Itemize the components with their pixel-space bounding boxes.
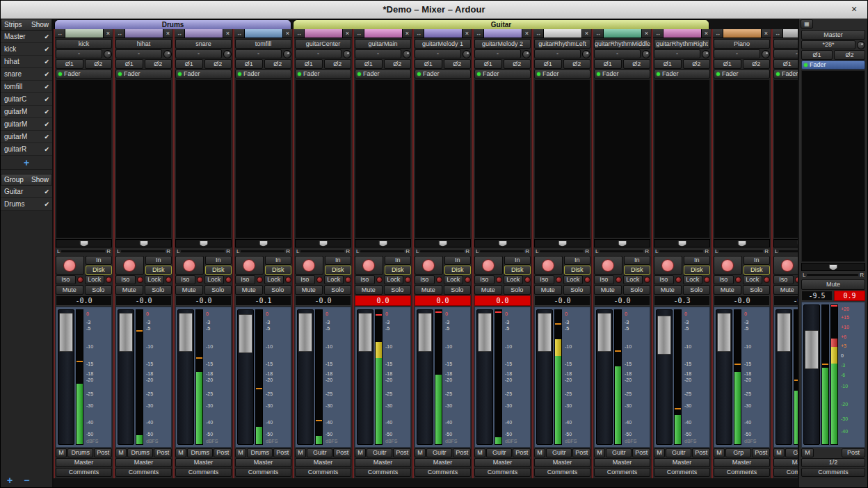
pan-handle[interactable]	[797, 241, 798, 247]
master-name-button[interactable]: Master	[801, 30, 865, 40]
group-button[interactable]: Grp	[725, 448, 751, 457]
level-meter[interactable]	[734, 309, 741, 445]
gain-display[interactable]: 0.0	[474, 295, 531, 306]
trim-display-button[interactable]: -	[295, 49, 341, 58]
strip-name-button[interactable]: guitarMain	[355, 39, 411, 49]
monitor-disk-button[interactable]: Disk	[684, 266, 711, 275]
solo-lock-button[interactable]: Lock	[504, 275, 524, 284]
monitor-disk-button[interactable]: Disk	[504, 266, 531, 275]
trim-display-button[interactable]: -	[534, 49, 581, 58]
pan-groove[interactable]	[659, 250, 703, 252]
phase-2-button[interactable]: Ø2	[444, 59, 472, 69]
pan-control[interactable]	[714, 239, 770, 247]
strip-list-item[interactable]: guitarC✔	[1, 93, 52, 106]
master-trim-display-button[interactable]: *28*	[801, 40, 855, 49]
fader-handle[interactable]	[179, 313, 193, 352]
monitor-disk-button[interactable]: Disk	[385, 266, 412, 275]
add-strip-button[interactable]: +	[22, 158, 31, 168]
solo-isolate-button[interactable]: Iso	[594, 275, 614, 284]
pan-control[interactable]	[534, 239, 590, 247]
group-button[interactable]: Guitr	[307, 448, 332, 457]
strip-name-button[interactable]: guitarMelody 2	[474, 39, 531, 49]
fader-handle[interactable]	[717, 313, 731, 352]
group-button[interactable]: Drums	[247, 448, 273, 457]
monitor-disk-button[interactable]: Disk	[86, 266, 113, 275]
meter-point-button[interactable]: Post	[632, 448, 650, 457]
show-header-label[interactable]: Show	[31, 21, 49, 29]
pan-groove[interactable]	[121, 250, 165, 252]
visibility-checkbox[interactable]: ✔	[44, 146, 49, 153]
solo-isolate-button[interactable]: Iso	[654, 275, 674, 284]
phase-1-button[interactable]: Ø1	[594, 59, 622, 69]
phase-2-button[interactable]: Ø2	[204, 59, 232, 69]
pan-control[interactable]	[355, 239, 411, 247]
trim-display-button[interactable]: -	[235, 49, 282, 58]
solo-button[interactable]: Solo	[504, 285, 531, 295]
strip-color-bar[interactable]: ↔ ×	[713, 29, 771, 38]
output-button[interactable]: Master	[773, 458, 798, 467]
solo-isolate-button[interactable]: Iso	[714, 275, 734, 284]
solo-isolate-button[interactable]: Iso	[295, 275, 315, 284]
monitor-disk-button[interactable]: Disk	[265, 266, 292, 275]
output-button[interactable]: Master	[355, 458, 411, 467]
gain-mode-button[interactable]: Fader	[355, 70, 411, 79]
fader-handle[interactable]	[597, 313, 611, 352]
monitor-input-button[interactable]: In	[385, 256, 412, 265]
mute-button[interactable]: Mute	[56, 285, 83, 295]
strip-name-button[interactable]: guitarMelody 1	[415, 39, 471, 49]
strip-color-bar[interactable]: ↔ ×	[354, 29, 412, 38]
pan-control[interactable]	[295, 239, 351, 247]
record-arm-button[interactable]	[654, 256, 682, 275]
master-gain-fader[interactable]	[803, 304, 820, 445]
gain-display[interactable]: -0.0	[714, 295, 770, 306]
metering-m-button[interactable]: M	[534, 448, 545, 457]
gain-mode-button[interactable]: Fader	[235, 70, 291, 79]
gain-fader[interactable]	[775, 309, 792, 445]
phase-1-button[interactable]: Ø1	[115, 59, 143, 69]
pan-groove[interactable]	[600, 250, 643, 252]
mute-button[interactable]: Mute	[115, 285, 143, 295]
level-meter[interactable]	[255, 309, 263, 445]
trim-knob[interactable]	[582, 50, 590, 58]
gain-mode-button[interactable]: Fader	[415, 70, 471, 79]
strip-handle-icon[interactable]: ↔	[294, 29, 305, 38]
meter-point-button[interactable]: Post	[752, 448, 770, 457]
record-arm-button[interactable]	[175, 256, 204, 275]
pan-handle[interactable]	[618, 241, 627, 247]
phase-2-button[interactable]: Ø2	[563, 59, 591, 69]
monitor-disk-button[interactable]: Disk	[145, 266, 172, 275]
gain-fader[interactable]	[417, 309, 433, 445]
pan-handle[interactable]	[498, 241, 507, 247]
solo-button[interactable]: Solo	[743, 285, 771, 295]
monitor-input-button[interactable]: In	[624, 256, 651, 265]
processor-box[interactable]	[594, 79, 650, 238]
strip-close-icon[interactable]: ×	[462, 29, 472, 38]
gain-display[interactable]: 0.0	[355, 295, 411, 306]
output-button[interactable]: Master	[474, 458, 531, 467]
processor-box[interactable]	[654, 79, 710, 238]
monitor-input-button[interactable]: In	[325, 256, 352, 265]
fader-handle[interactable]	[538, 313, 552, 352]
gain-fader[interactable]	[58, 309, 74, 445]
solo-isolate-button[interactable]: Iso	[773, 275, 794, 284]
gain-display[interactable]: -0.0	[295, 295, 351, 306]
solo-lock-button[interactable]: Lock	[444, 275, 464, 284]
output-button[interactable]: Master	[534, 458, 590, 467]
record-arm-button[interactable]	[714, 256, 742, 275]
gain-display[interactable]: -0.0	[175, 295, 232, 306]
phase-1-button[interactable]: Ø1	[175, 59, 203, 69]
monitor-disk-button[interactable]: Disk	[205, 266, 232, 275]
metering-m-button[interactable]: M	[355, 448, 366, 457]
meter-point-button[interactable]: Post	[572, 448, 590, 457]
pan-handle[interactable]	[829, 264, 838, 270]
strip-color-bar[interactable]: ↔ ×	[115, 29, 172, 38]
strip-close-icon[interactable]: ×	[522, 29, 531, 38]
solo-isolate-button[interactable]: Iso	[115, 275, 136, 284]
strip-name-button[interactable]: tomfill	[235, 39, 291, 49]
strip-list-item[interactable]: Master✔	[1, 31, 52, 43]
gain-fader[interactable]	[476, 309, 493, 445]
phase-1-button[interactable]: Ø1	[355, 59, 383, 69]
meter-point-button[interactable]: Post	[94, 448, 112, 457]
monitor-input-button[interactable]: In	[265, 256, 292, 265]
meter-point-button[interactable]: Post	[273, 448, 291, 457]
